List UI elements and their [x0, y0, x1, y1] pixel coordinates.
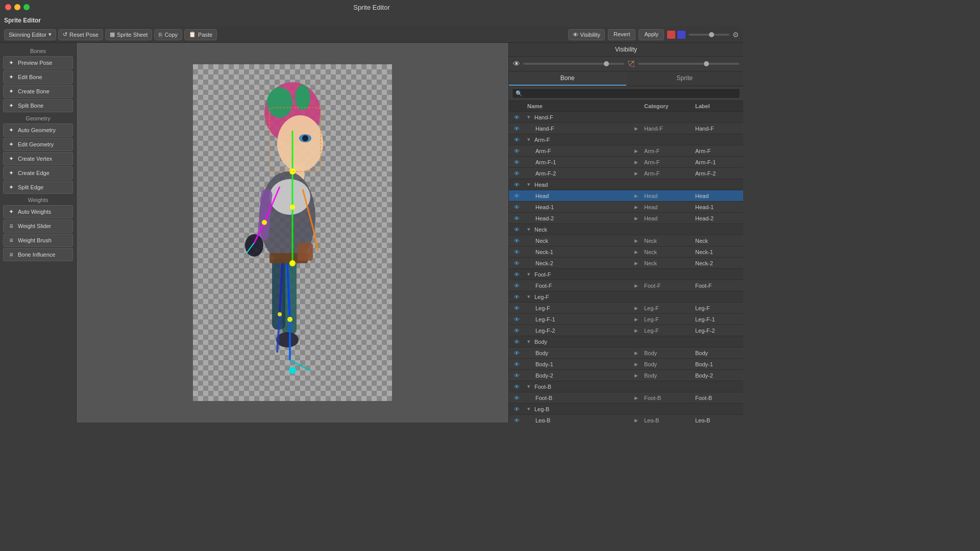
table-row[interactable]: 👁 Hand-F ▶ Hand-F Hand-F	[509, 123, 743, 134]
row-arrow-18[interactable]: ▶	[631, 317, 641, 322]
row-arrow-15[interactable]: ▶	[631, 283, 641, 288]
table-row[interactable]: 👁 ▾ Leg-B	[509, 404, 743, 415]
create-edge-button[interactable]: ✦ Create Edge	[3, 166, 73, 180]
eye-icon[interactable]: 👁	[514, 215, 520, 221]
create-bone-button[interactable]: ✦ Create Bone	[3, 85, 73, 98]
row-arrow-7[interactable]: ▶	[631, 193, 641, 198]
arrow-icon[interactable]: 🏹	[627, 60, 635, 67]
row-vis-9[interactable]: 👁	[509, 215, 524, 221]
skinning-editor-dropdown[interactable]: Skinning Editor ▾	[4, 29, 56, 40]
row-vis-0[interactable]: 👁	[509, 114, 524, 120]
bone-influence-button[interactable]: ≡ Bone Influence	[3, 248, 73, 261]
traffic-lights[interactable]	[5, 4, 30, 10]
table-row[interactable]: 👁 Foot-B ▶ Foot-B Foot-B	[509, 392, 743, 404]
table-row[interactable]: 👁 Leg-F-1 ▶ Leg-F Leg-F-1	[509, 314, 743, 325]
row-vis-17[interactable]: 👁	[509, 305, 524, 311]
row-vis-16[interactable]: 👁	[509, 294, 524, 300]
row-arrow-13[interactable]: ▶	[631, 261, 641, 266]
color-swatch-2[interactable]	[677, 31, 685, 39]
table-row[interactable]: 👁 ▾ Hand-F	[509, 112, 743, 123]
close-button[interactable]	[5, 4, 11, 10]
edit-geometry-button[interactable]: ✦ Edit Geometry	[3, 138, 73, 151]
row-arrow-19[interactable]: ▶	[631, 328, 641, 333]
maximize-button[interactable]	[23, 4, 30, 10]
row-vis-1[interactable]: 👁	[509, 126, 524, 132]
row-vis-19[interactable]: 👁	[509, 328, 524, 334]
minimize-button[interactable]	[14, 4, 20, 10]
row-vis-25[interactable]: 👁	[509, 395, 524, 401]
split-edge-button[interactable]: ✦ Split Edge	[3, 181, 73, 194]
paste-button[interactable]: 📋 Paste	[184, 29, 217, 40]
row-vis-18[interactable]: 👁	[509, 316, 524, 322]
table-row[interactable]: 👁 Arm-F-2 ▶ Arm-F Arm-F-2	[509, 168, 743, 179]
visibility-thumb-right[interactable]	[704, 61, 709, 66]
row-arrow-1[interactable]: ▶	[631, 126, 641, 131]
row-arrow-12[interactable]: ▶	[631, 249, 641, 255]
table-row[interactable]: 👁 ▾ Head	[509, 179, 743, 190]
eye-icon[interactable]: 👁	[514, 372, 520, 379]
eye-icon[interactable]: 👁	[514, 339, 520, 345]
row-vis-21[interactable]: 👁	[509, 350, 524, 356]
row-arrow-25[interactable]: ▶	[631, 395, 641, 400]
row-arrow-4[interactable]: ▶	[631, 160, 641, 165]
eye-left-icon[interactable]: 👁	[513, 60, 520, 68]
row-arrow-22[interactable]: ▶	[631, 362, 641, 367]
table-row[interactable]: 👁 ▾ Foot-B	[509, 381, 743, 392]
row-arrow-8[interactable]: ▶	[631, 205, 641, 210]
row-arrow-9[interactable]: ▶	[631, 216, 641, 221]
eye-icon[interactable]: 👁	[514, 204, 520, 210]
table-row[interactable]: 👁 Arm-F-1 ▶ Arm-F Arm-F-1	[509, 157, 743, 168]
table-row[interactable]: 👁 Body-2 ▶ Body Body-2	[509, 370, 743, 381]
eye-icon[interactable]: 👁	[514, 193, 520, 199]
row-vis-26[interactable]: 👁	[509, 406, 524, 412]
row-arrow-27[interactable]: ▶	[631, 418, 641, 423]
table-row[interactable]: 👁 Neck-1 ▶ Neck Neck-1	[509, 246, 743, 258]
apply-button[interactable]: Apply	[639, 29, 664, 40]
row-vis-20[interactable]: 👁	[509, 339, 524, 345]
row-arrow-3[interactable]: ▶	[631, 148, 641, 154]
table-row[interactable]: 👁 ▾ Arm-F	[509, 134, 743, 145]
row-vis-10[interactable]: 👁	[509, 227, 524, 233]
sprite-tab[interactable]: Sprite	[626, 71, 744, 86]
table-row[interactable]: 👁 Neck ▶ Neck Neck	[509, 235, 743, 246]
eye-icon[interactable]: 👁	[514, 328, 520, 334]
row-vis-23[interactable]: 👁	[509, 372, 524, 379]
table-row[interactable]: 👁 Leg-F-2 ▶ Leg-F Leg-F-2	[509, 325, 743, 336]
edit-bone-button[interactable]: ✦ Edit Bone	[3, 70, 73, 84]
copy-button[interactable]: ⎘ Copy	[154, 29, 182, 40]
weight-slider-button[interactable]: ≡ Weight Slider	[3, 219, 73, 233]
table-row[interactable]: 👁 Body ▶ Body Body	[509, 347, 743, 359]
eye-icon[interactable]: 👁	[514, 148, 520, 154]
row-vis-4[interactable]: 👁	[509, 159, 524, 165]
row-vis-24[interactable]: 👁	[509, 384, 524, 390]
eye-icon[interactable]: 👁	[514, 316, 520, 322]
table-row[interactable]: 👁 Head-2 ▶ Head Head-2	[509, 213, 743, 224]
zoom-thumb[interactable]	[709, 32, 714, 37]
table-row[interactable]: 👁 Foot-F ▶ Foot-F Foot-F	[509, 280, 743, 291]
eye-icon[interactable]: 👁	[514, 182, 520, 188]
eye-icon[interactable]: 👁	[514, 395, 520, 401]
row-vis-6[interactable]: 👁	[509, 182, 524, 188]
table-row[interactable]: 👁 Leg-B ▶ Leg-B Leg-B	[509, 415, 743, 422]
row-vis-12[interactable]: 👁	[509, 249, 524, 255]
table-row[interactable]: 👁 ▾ Body	[509, 336, 743, 347]
row-vis-22[interactable]: 👁	[509, 361, 524, 367]
eye-icon[interactable]: 👁	[514, 294, 520, 300]
row-arrow-5[interactable]: ▶	[631, 171, 641, 176]
eye-icon[interactable]: 👁	[514, 114, 520, 120]
table-row[interactable]: 👁 Head-1 ▶ Head Head-1	[509, 202, 743, 213]
row-vis-3[interactable]: 👁	[509, 148, 524, 154]
zoom-track[interactable]	[689, 34, 729, 36]
table-row[interactable]: 👁 Neck-2 ▶ Neck Neck-2	[509, 258, 743, 269]
row-vis-27[interactable]: 👁	[509, 417, 524, 423]
auto-weights-button[interactable]: ✦ Auto Weights	[3, 205, 73, 218]
zoom-slider[interactable]	[689, 34, 729, 36]
preview-pose-button[interactable]: ✦ Preview Pose	[3, 56, 73, 69]
eye-icon[interactable]: 👁	[514, 361, 520, 367]
row-vis-8[interactable]: 👁	[509, 204, 524, 210]
table-row[interactable]: 👁 Arm-F ▶ Arm-F Arm-F	[509, 145, 743, 157]
eye-icon[interactable]: 👁	[514, 283, 520, 289]
visibility-thumb-left[interactable]	[604, 61, 609, 66]
sprite-sheet-button[interactable]: ▦ Sprite Sheet	[105, 29, 153, 40]
row-arrow-21[interactable]: ▶	[631, 350, 641, 356]
